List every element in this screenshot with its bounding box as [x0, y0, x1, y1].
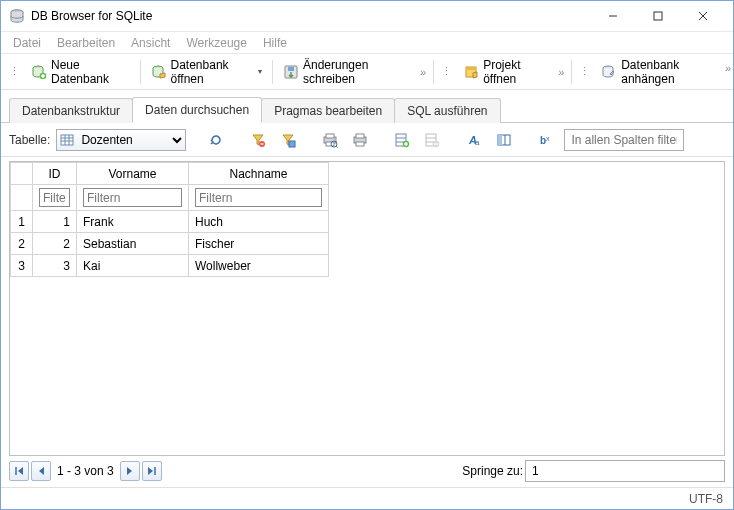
- button-label: Datenbank öffnen: [171, 58, 253, 86]
- svg-text:a: a: [475, 138, 480, 147]
- svg-rect-29: [356, 134, 364, 138]
- cell-id[interactable]: 1: [33, 211, 77, 233]
- table-select[interactable]: Dozenten: [56, 129, 186, 151]
- svg-rect-30: [356, 142, 364, 146]
- database-open-icon: [151, 64, 167, 80]
- minimize-button[interactable]: [590, 2, 635, 31]
- filter-id-input[interactable]: [39, 188, 70, 207]
- column-display-button[interactable]: [492, 128, 516, 152]
- cell-nachname[interactable]: Wollweber: [189, 255, 329, 277]
- filter-row-header: [11, 185, 33, 211]
- jump-to-input[interactable]: [525, 460, 725, 482]
- prev-page-button[interactable]: [31, 461, 51, 481]
- row-number: 1: [11, 211, 33, 233]
- database-new-icon: [31, 64, 47, 80]
- data-grid[interactable]: ID Vorname Nachname 1 1 Frank Huch 2 2 S…: [9, 161, 725, 456]
- svg-rect-25: [326, 142, 334, 146]
- first-page-button[interactable]: [9, 461, 29, 481]
- blob-button[interactable]: bx: [534, 128, 558, 152]
- svg-rect-13: [466, 67, 476, 70]
- insert-record-button[interactable]: [390, 128, 414, 152]
- row-number: 2: [11, 233, 33, 255]
- column-header-id[interactable]: ID: [33, 163, 77, 185]
- last-page-button[interactable]: [142, 461, 162, 481]
- delete-record-button[interactable]: [420, 128, 444, 152]
- attach-database-button[interactable]: Datenbank anhängen: [594, 53, 729, 91]
- tab-pragmas[interactable]: Pragmas bearbeiten: [261, 98, 395, 123]
- cell-nachname[interactable]: Fischer: [189, 233, 329, 255]
- print-button[interactable]: [348, 128, 372, 152]
- svg-rect-22: [289, 141, 295, 147]
- maximize-button[interactable]: [635, 2, 680, 31]
- table-row[interactable]: 1 1 Frank Huch: [11, 211, 329, 233]
- dropdown-arrow-icon: ▾: [258, 67, 262, 76]
- toolbar-grip: ⋮: [437, 65, 456, 78]
- toolbar-overflow[interactable]: »: [725, 62, 731, 74]
- filter-all-input[interactable]: [564, 129, 684, 151]
- separator: [433, 60, 434, 84]
- menu-datei[interactable]: Datei: [7, 34, 47, 52]
- status-encoding: UTF-8: [689, 492, 723, 506]
- database-attach-icon: [601, 64, 617, 80]
- toolbar-overflow[interactable]: »: [554, 66, 568, 78]
- corner-cell: [11, 163, 33, 185]
- window-title: DB Browser for SQLite: [31, 9, 590, 23]
- text-format-button[interactable]: Aa: [462, 128, 486, 152]
- toolbar-overflow[interactable]: »: [416, 66, 430, 78]
- record-range: 1 - 3 von 3: [57, 464, 114, 478]
- refresh-button[interactable]: [204, 128, 228, 152]
- svg-rect-2: [654, 12, 662, 20]
- write-changes-button[interactable]: Änderungen schreiben: [276, 53, 416, 91]
- button-label: Datenbank anhängen: [621, 58, 722, 86]
- separator: [571, 60, 572, 84]
- row-number: 3: [11, 255, 33, 277]
- column-header-vorname[interactable]: Vorname: [77, 163, 189, 185]
- new-database-button[interactable]: Neue Datenbank: [24, 53, 137, 91]
- tab-structure[interactable]: Datenbankstruktur: [9, 98, 133, 123]
- menu-bearbeiten[interactable]: Bearbeiten: [51, 34, 121, 52]
- button-label: Projekt öffnen: [483, 58, 547, 86]
- table-label: Tabelle:: [9, 133, 50, 147]
- button-label: Neue Datenbank: [51, 58, 130, 86]
- column-header-nachname[interactable]: Nachname: [189, 163, 329, 185]
- svg-rect-45: [498, 135, 502, 145]
- open-database-button[interactable]: Datenbank öffnen ▾: [144, 53, 270, 91]
- separator: [140, 60, 141, 84]
- tab-browse-data[interactable]: Daten durchsuchen: [132, 97, 262, 123]
- svg-rect-11: [288, 67, 294, 71]
- cell-id[interactable]: 2: [33, 233, 77, 255]
- save-filter-button[interactable]: [276, 128, 300, 152]
- next-page-button[interactable]: [120, 461, 140, 481]
- cell-vorname[interactable]: Kai: [77, 255, 189, 277]
- project-open-icon: [463, 64, 479, 80]
- toolbar-grip: ⋮: [575, 65, 594, 78]
- tab-execute-sql[interactable]: SQL ausführen: [394, 98, 500, 123]
- menu-ansicht[interactable]: Ansicht: [125, 34, 176, 52]
- close-button[interactable]: [680, 2, 725, 31]
- menu-hilfe[interactable]: Hilfe: [257, 34, 293, 52]
- app-icon: [9, 8, 25, 24]
- svg-text:x: x: [546, 135, 550, 142]
- cell-nachname[interactable]: Huch: [189, 211, 329, 233]
- separator: [272, 60, 273, 84]
- button-label: Änderungen schreiben: [303, 58, 409, 86]
- toolbar-grip: ⋮: [5, 65, 24, 78]
- svg-line-27: [336, 146, 338, 148]
- open-project-button[interactable]: Projekt öffnen: [456, 53, 554, 91]
- jump-to-label: Springe zu:: [462, 464, 523, 478]
- cell-id[interactable]: 3: [33, 255, 77, 277]
- print-preview-button[interactable]: [318, 128, 342, 152]
- table-row[interactable]: 2 2 Sebastian Fischer: [11, 233, 329, 255]
- svg-rect-24: [326, 134, 334, 138]
- menu-werkzeuge[interactable]: Werkzeuge: [180, 34, 252, 52]
- cell-vorname[interactable]: Frank: [77, 211, 189, 233]
- save-icon: [283, 64, 299, 80]
- table-row[interactable]: 3 3 Kai Wollweber: [11, 255, 329, 277]
- filter-nachname-input[interactable]: [195, 188, 322, 207]
- clear-filters-button[interactable]: [246, 128, 270, 152]
- cell-vorname[interactable]: Sebastian: [77, 233, 189, 255]
- filter-vorname-input[interactable]: [83, 188, 182, 207]
